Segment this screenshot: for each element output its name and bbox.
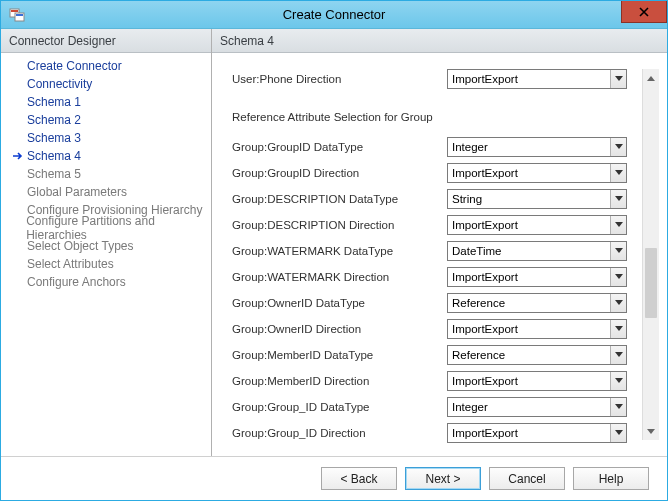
chevron-down-icon bbox=[610, 70, 626, 88]
combo-box[interactable]: ImportExport bbox=[447, 371, 627, 391]
field-label: Group:GroupID DataType bbox=[232, 141, 447, 153]
nav-indicator bbox=[11, 203, 25, 217]
nav-item[interactable]: Create Connector bbox=[1, 57, 211, 75]
section-heading: Reference Attribute Selection for Group bbox=[232, 111, 638, 123]
nav-indicator bbox=[11, 77, 25, 91]
combo-box[interactable]: ImportExport bbox=[447, 423, 627, 443]
combo-value: ImportExport bbox=[448, 70, 610, 88]
nav-item-label: Connectivity bbox=[27, 77, 92, 91]
field-label: User:Phone Direction bbox=[232, 73, 447, 85]
chevron-down-icon bbox=[610, 190, 626, 208]
form-row: Group:OwnerID DirectionImportExport bbox=[232, 319, 638, 339]
scroll-up-button[interactable] bbox=[643, 69, 659, 86]
combo-box[interactable]: DateTime bbox=[447, 241, 627, 261]
chevron-down-icon bbox=[610, 268, 626, 286]
nav-indicator bbox=[11, 239, 25, 253]
combo-value: Reference bbox=[448, 346, 610, 364]
nav-item[interactable]: Schema 2 bbox=[1, 111, 211, 129]
combo-box[interactable]: String bbox=[447, 189, 627, 209]
nav-header: Connector Designer bbox=[1, 29, 211, 53]
back-button[interactable]: < Back bbox=[321, 467, 397, 490]
form-row: Group:WATERMARK DirectionImportExport bbox=[232, 267, 638, 287]
nav-indicator bbox=[11, 185, 25, 199]
svg-rect-3 bbox=[16, 14, 23, 16]
combo-value: ImportExport bbox=[448, 268, 610, 286]
combo-box[interactable]: Integer bbox=[447, 397, 627, 417]
form-row: Group:Group_ID DataTypeInteger bbox=[232, 397, 638, 417]
vertical-scrollbar[interactable] bbox=[642, 69, 659, 440]
field-label: Group:GroupID Direction bbox=[232, 167, 447, 179]
nav-indicator bbox=[11, 167, 25, 181]
combo-box[interactable]: ImportExport bbox=[447, 215, 627, 235]
nav-item[interactable]: Select Object Types bbox=[1, 237, 211, 255]
nav-indicator bbox=[11, 257, 25, 271]
chevron-down-icon bbox=[610, 372, 626, 390]
nav-item[interactable]: Configure Anchors bbox=[1, 273, 211, 291]
combo-box[interactable]: ImportExport bbox=[447, 267, 627, 287]
combo-value: String bbox=[448, 190, 610, 208]
content-body: User:Phone Direction ImportExport Refere… bbox=[212, 53, 667, 456]
nav-item[interactable]: Schema 4 bbox=[1, 147, 211, 165]
nav-indicator bbox=[11, 113, 25, 127]
window-frame: Create Connector Connector Designer Crea… bbox=[0, 0, 668, 501]
content-header: Schema 4 bbox=[212, 29, 667, 53]
close-button[interactable] bbox=[621, 1, 667, 23]
next-button[interactable]: Next > bbox=[405, 467, 481, 490]
form-row: Group:Group_ID DirectionImportExport bbox=[232, 423, 638, 443]
combo-value: Reference bbox=[448, 294, 610, 312]
nav-item[interactable]: Schema 1 bbox=[1, 93, 211, 111]
combo-value: Integer bbox=[448, 398, 610, 416]
nav-indicator bbox=[11, 221, 24, 235]
app-icon bbox=[9, 7, 25, 23]
combo-box[interactable]: Reference bbox=[447, 345, 627, 365]
field-label: Group:DESCRIPTION Direction bbox=[232, 219, 447, 231]
combo-value: Integer bbox=[448, 138, 610, 156]
field-label: Group:Group_ID DataType bbox=[232, 401, 447, 413]
nav-item-label: Schema 1 bbox=[27, 95, 81, 109]
combo-box[interactable]: Integer bbox=[447, 137, 627, 157]
body: Connector Designer Create ConnectorConne… bbox=[1, 29, 667, 456]
form-row: Group:OwnerID DataTypeReference bbox=[232, 293, 638, 313]
form-row: Group:WATERMARK DataTypeDateTime bbox=[232, 241, 638, 261]
nav-item[interactable]: Schema 3 bbox=[1, 129, 211, 147]
close-icon bbox=[639, 7, 649, 17]
chevron-down-icon bbox=[610, 216, 626, 234]
chevron-down-icon bbox=[610, 398, 626, 416]
nav-indicator bbox=[11, 59, 25, 73]
titlebar[interactable]: Create Connector bbox=[1, 1, 667, 29]
nav-item[interactable]: Schema 5 bbox=[1, 165, 211, 183]
scroll-thumb[interactable] bbox=[645, 248, 657, 318]
nav-panel: Connector Designer Create ConnectorConne… bbox=[1, 29, 212, 456]
nav-item[interactable]: Select Attributes bbox=[1, 255, 211, 273]
combo-value: ImportExport bbox=[448, 320, 610, 338]
field-label: Group:DESCRIPTION DataType bbox=[232, 193, 447, 205]
cancel-button[interactable]: Cancel bbox=[489, 467, 565, 490]
chevron-down-icon bbox=[610, 294, 626, 312]
field-label: Group:OwnerID DataType bbox=[232, 297, 447, 309]
field-label: Group:Group_ID Direction bbox=[232, 427, 447, 439]
combo-box[interactable]: ImportExport bbox=[447, 163, 627, 183]
scroll-down-button[interactable] bbox=[643, 423, 659, 440]
help-button[interactable]: Help bbox=[573, 467, 649, 490]
combo-box[interactable]: Reference bbox=[447, 293, 627, 313]
nav-item[interactable]: Global Parameters bbox=[1, 183, 211, 201]
field-label: Group:WATERMARK DataType bbox=[232, 245, 447, 257]
combo-value: ImportExport bbox=[448, 164, 610, 182]
field-label: Group:WATERMARK Direction bbox=[232, 271, 447, 283]
form-row: Group:GroupID DirectionImportExport bbox=[232, 163, 638, 183]
svg-rect-1 bbox=[11, 10, 18, 12]
chevron-down-icon bbox=[610, 424, 626, 442]
nav-item-label: Select Object Types bbox=[27, 239, 134, 253]
nav-item[interactable]: Connectivity bbox=[1, 75, 211, 93]
nav-indicator bbox=[11, 275, 25, 289]
arrow-right-icon bbox=[11, 149, 25, 163]
form-row: User:Phone Direction ImportExport bbox=[232, 69, 638, 89]
nav-item[interactable]: Configure Partitions and Hierarchies bbox=[1, 219, 211, 237]
nav-indicator bbox=[11, 95, 25, 109]
nav-indicator bbox=[11, 131, 25, 145]
nav-item-label: Select Attributes bbox=[27, 257, 114, 271]
scroll-track[interactable] bbox=[643, 86, 659, 423]
combo-box[interactable]: ImportExport bbox=[447, 319, 627, 339]
combo-user-phone-direction[interactable]: ImportExport bbox=[447, 69, 627, 89]
form-row: Group:GroupID DataTypeInteger bbox=[232, 137, 638, 157]
